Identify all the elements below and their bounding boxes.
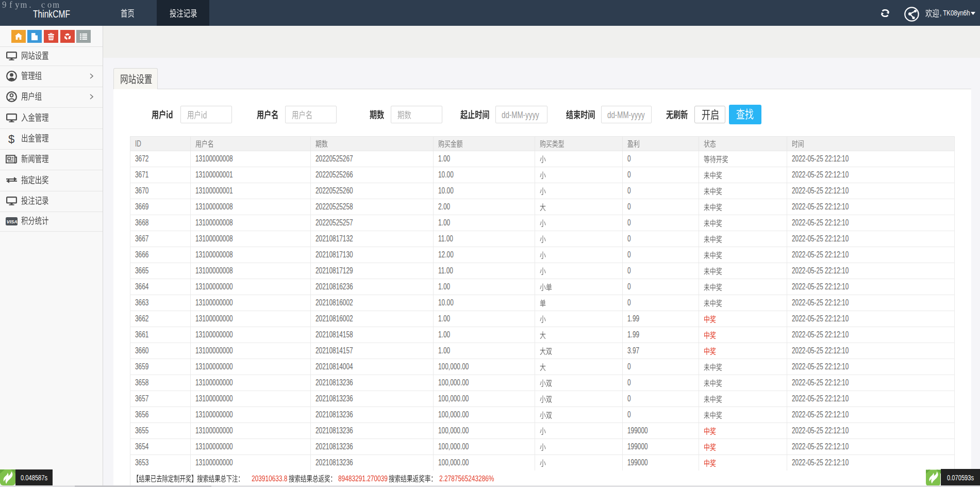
svg-text:$: $ [8, 133, 14, 145]
svg-text:VISA: VISA [6, 219, 17, 224]
